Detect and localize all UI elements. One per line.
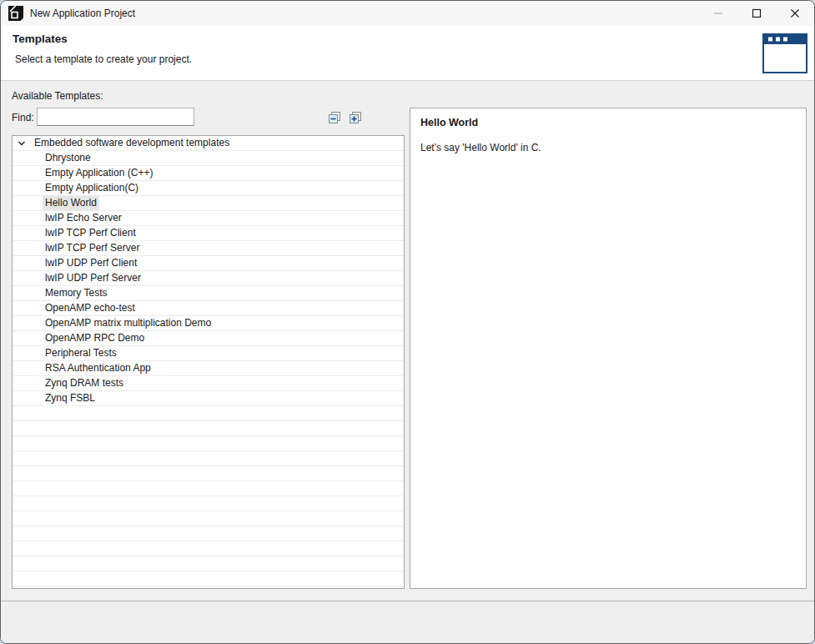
find-label: Find:	[12, 112, 34, 123]
tree-item-label: Zynq FSBL	[43, 391, 98, 405]
new-application-project-dialog: New Application Project Templates Select…	[0, 0, 815, 644]
tree-item[interactable]: Peripheral Tests	[13, 346, 404, 361]
tree-item-label: lwIP UDP Perf Server	[43, 271, 143, 285]
tree-item[interactable]: Memory Tests	[13, 286, 404, 301]
tree-empty-row	[13, 451, 404, 466]
tree-empty-row	[13, 481, 404, 496]
tree-empty-row	[13, 496, 404, 511]
chevron-down-icon[interactable]	[18, 139, 26, 148]
page-subtitle: Select a template to create your project…	[15, 53, 192, 65]
tree-item[interactable]: RSA Authentication App	[13, 361, 404, 376]
tree-empty-row	[13, 421, 404, 436]
tree-item-label: Zynq DRAM tests	[43, 376, 126, 390]
tree-item-label: Hello World	[43, 196, 99, 210]
tree-item-label: OpenAMP RPC Demo	[43, 331, 147, 345]
tree-empty-row	[13, 406, 404, 421]
tree-item[interactable]: Empty Application(C)	[13, 181, 404, 196]
tree-empty-row	[13, 571, 404, 586]
available-templates-label: Available Templates:	[12, 90, 103, 102]
find-input[interactable]	[37, 108, 194, 126]
templates-tree: Embedded software development templatesD…	[12, 135, 405, 589]
template-detail-panel: Hello World Let's say 'Hello World' in C…	[410, 108, 807, 589]
expand-all-icon[interactable]	[349, 111, 362, 124]
close-icon	[790, 8, 800, 18]
page-title: Templates	[13, 33, 68, 45]
tree-root-item[interactable]: Embedded software development templates	[13, 136, 404, 151]
tree-item[interactable]: OpenAMP echo-test	[13, 301, 404, 316]
vitis-logo-icon	[8, 6, 23, 21]
tree-root-label: Embedded software development templates	[32, 136, 232, 150]
tree-item-label: lwIP UDP Perf Client	[43, 256, 139, 270]
new-window-wizard-icon	[762, 33, 807, 73]
tree-item-label: lwIP Echo Server	[43, 211, 124, 225]
tree-item-label: Dhrystone	[43, 151, 93, 165]
tree-item[interactable]: OpenAMP RPC Demo	[13, 331, 404, 346]
window-controls	[699, 1, 814, 26]
tree-item[interactable]: OpenAMP matrix multiplication Demo	[13, 316, 404, 331]
close-button[interactable]	[776, 1, 814, 26]
tree-item-label: Empty Application(C)	[43, 181, 141, 195]
tree-item[interactable]: Hello World	[13, 196, 404, 211]
tree-empty-row	[13, 466, 404, 481]
wizard-header: Templates Select a template to create yo…	[1, 26, 814, 81]
tree-item-label: RSA Authentication App	[43, 361, 153, 375]
tree-empty-row	[13, 541, 404, 556]
tree-item[interactable]: lwIP Echo Server	[13, 211, 404, 226]
window-titlebar: New Application Project	[1, 1, 814, 26]
tree-item[interactable]: Dhrystone	[13, 151, 404, 166]
window-title: New Application Project	[30, 8, 135, 19]
detail-title: Hello World	[420, 117, 796, 128]
tree-item-label: lwIP TCP Perf Server	[43, 241, 142, 255]
tree-empty-row	[13, 436, 404, 451]
footer-bar: ? < Back Next > Finish Cancel	[1, 601, 814, 644]
tree-item[interactable]: Zynq DRAM tests	[13, 376, 404, 391]
detail-description: Let's say 'Hello World' in C.	[420, 142, 796, 153]
maximize-button[interactable]	[737, 1, 776, 26]
tree-item[interactable]: Empty Application (C++)	[13, 166, 404, 181]
tree-item-label: OpenAMP matrix multiplication Demo	[43, 316, 214, 330]
tree-item-label: Peripheral Tests	[43, 346, 119, 360]
tree-item-label: lwIP TCP Perf Client	[43, 226, 138, 240]
tree-item-label: OpenAMP echo-test	[43, 301, 138, 315]
tree-empty-row	[13, 556, 404, 571]
tree-empty-row	[13, 511, 404, 526]
minimize-icon	[713, 8, 723, 18]
tree-item[interactable]: lwIP UDP Perf Client	[13, 256, 404, 271]
tree-item-label: Memory Tests	[43, 286, 109, 300]
tree-empty-row	[13, 526, 404, 541]
tree-item-label: Empty Application (C++)	[43, 166, 155, 180]
tree-item[interactable]: lwIP TCP Perf Client	[13, 226, 404, 241]
collapse-all-icon[interactable]	[328, 111, 341, 124]
minimize-button[interactable]	[699, 1, 737, 26]
maximize-icon	[752, 8, 762, 18]
tree-item[interactable]: Zynq FSBL	[13, 391, 404, 406]
tree-item[interactable]: lwIP UDP Perf Server	[13, 271, 404, 286]
tree-item[interactable]: lwIP TCP Perf Server	[13, 241, 404, 256]
